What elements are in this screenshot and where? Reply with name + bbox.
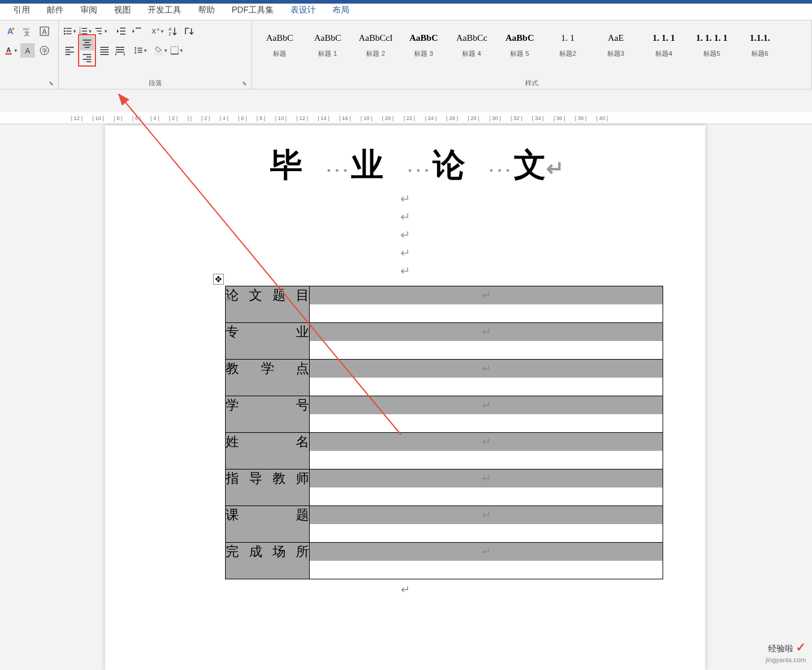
svg-rect-44: [86, 61, 91, 62]
row-label[interactable]: 指导教师↵: [226, 469, 310, 506]
align-center-button[interactable]: [80, 36, 94, 50]
document-page[interactable]: 毕···业···论···文↵ ↵ ↵ ↵ ↵ ↵ ✥ 论文题目↵ ↵ 专 业↵ …: [105, 125, 705, 670]
editor-area: | 12 || 10 || 8 || 6 || 4 || 2 || || 2 |…: [0, 89, 812, 670]
style-preview: AaBbCcI: [353, 28, 398, 48]
style-preview: AaBbC: [257, 28, 302, 48]
check-icon: ✓: [796, 641, 806, 654]
shading-button[interactable]: ▾: [154, 43, 168, 58]
text-effects-button[interactable]: A: [4, 24, 18, 38]
style-name: 标题5: [689, 49, 735, 58]
row-value[interactable]: ↵: [310, 286, 663, 323]
dropdown-arrow-icon: ▾: [14, 47, 17, 53]
highlight-color-button[interactable]: A: [20, 43, 35, 58]
style-preview: 1. 1. 1: [641, 28, 687, 48]
line-spacing-button[interactable]: ▾: [133, 43, 148, 58]
row-value[interactable]: ↵: [310, 323, 663, 360]
horizontal-ruler[interactable]: | 12 || 10 || 8 || 6 || 4 || 2 || || 2 |…: [0, 112, 812, 124]
style-preview: 1. 1. 1. 1: [689, 28, 735, 48]
row-value[interactable]: ↵: [310, 506, 663, 543]
style-item-6[interactable]: 1. 1标题2: [544, 25, 592, 61]
row-label[interactable]: 专 业↵: [226, 323, 310, 360]
table-row[interactable]: 专 业↵ ↵: [226, 323, 663, 360]
style-name: 标题: [257, 49, 302, 58]
paragraph-group: ▾ 123 ▾ ▾ X: [59, 20, 252, 89]
phonetic-guide-button[interactable]: wén文: [20, 24, 35, 38]
svg-point-15: [64, 33, 65, 35]
table-move-handle[interactable]: ✥: [213, 274, 224, 285]
svg-point-13: [64, 31, 65, 32]
empty-paragraphs[interactable]: ↵ ↵ ↵ ↵ ↵: [105, 190, 705, 280]
enclose-characters-button[interactable]: 字: [37, 43, 52, 58]
svg-text:X: X: [152, 28, 156, 35]
table-row[interactable]: 教 学 点↵ ↵: [226, 360, 663, 396]
row-value[interactable]: ↵: [310, 396, 663, 433]
asian-layout-button[interactable]: X ▾: [150, 24, 164, 38]
align-left-button[interactable]: [62, 43, 77, 58]
row-label[interactable]: 课 题↵: [226, 506, 310, 543]
svg-rect-51: [116, 52, 124, 53]
row-value[interactable]: ↵: [310, 433, 663, 469]
styles-group: AaBbC标题AaBbC标题 1AaBbCcI标题 2AaBbC标题 3AaBb…: [252, 20, 812, 89]
borders-button[interactable]: ▾: [169, 43, 184, 58]
style-item-7[interactable]: AaE标题3: [592, 25, 640, 61]
svg-text:文: 文: [24, 30, 30, 37]
svg-rect-12: [66, 28, 71, 29]
style-item-9[interactable]: 1. 1. 1. 1标题5: [688, 25, 736, 61]
table-row[interactable]: 指导教师↵ ↵: [226, 469, 663, 506]
style-item-5[interactable]: AaBbC标题 5: [496, 25, 544, 61]
svg-rect-25: [98, 34, 101, 34]
row-value[interactable]: ↵: [310, 543, 663, 579]
row-value[interactable]: ↵: [310, 360, 663, 396]
row-label[interactable]: 完成场所↵: [226, 543, 310, 579]
paragraph-dialog-launcher[interactable]: ⬊: [242, 80, 249, 87]
row-label[interactable]: 姓 名↵: [226, 433, 310, 469]
increase-indent-button[interactable]: [130, 24, 144, 38]
bullets-button[interactable]: ▾: [62, 24, 77, 38]
svg-rect-57: [171, 53, 178, 54]
styles-group-label: 样式: [252, 79, 811, 88]
sort-button[interactable]: AZ: [166, 24, 180, 38]
align-justify-button[interactable]: [97, 43, 112, 58]
style-item-2[interactable]: AaBbCcI标题 2: [352, 25, 400, 61]
info-table[interactable]: 论文题目↵ ↵ 专 业↵ ↵ 教 学 点↵ ↵ 学 号↵ ↵ 姓 名↵ ↵ 指导…: [225, 286, 663, 579]
style-item-1[interactable]: AaBbC标题 1: [304, 25, 352, 61]
svg-rect-48: [100, 54, 109, 55]
font-color-button[interactable]: A ▾: [4, 43, 18, 58]
svg-rect-54: [137, 52, 142, 53]
row-label[interactable]: 学 号↵: [226, 396, 310, 433]
character-border-button[interactable]: A: [37, 24, 52, 38]
style-name: 标题6: [737, 49, 783, 58]
table-row[interactable]: 学 号↵ ↵: [226, 396, 663, 433]
decrease-indent-button[interactable]: [114, 24, 128, 38]
show-marks-button[interactable]: [181, 24, 196, 38]
align-distributed-button[interactable]: [113, 43, 127, 58]
paragraph-group-label: 段落: [59, 79, 251, 88]
table-row[interactable]: 姓 名↵ ↵: [226, 433, 663, 469]
style-item-4[interactable]: AaBbCc标题 4: [448, 25, 496, 61]
table-row[interactable]: 完成场所↵ ↵: [226, 543, 663, 579]
svg-rect-14: [66, 31, 71, 31]
row-value[interactable]: ↵: [310, 469, 663, 506]
svg-rect-23: [95, 28, 102, 29]
style-item-3[interactable]: AaBbC标题 3: [400, 25, 448, 61]
svg-text:Z: Z: [169, 32, 172, 36]
font-dialog-launcher[interactable]: ⬊: [49, 80, 56, 87]
style-preview: AaBbC: [401, 28, 447, 48]
style-name: 标题 5: [497, 49, 543, 58]
style-item-8[interactable]: 1. 1. 1标题4: [640, 25, 688, 61]
style-name: 标题 1: [305, 49, 350, 58]
svg-rect-34: [65, 49, 70, 50]
svg-rect-49: [116, 47, 124, 48]
style-preview: 1.1.1.: [737, 28, 783, 48]
table-row[interactable]: 课 题↵ ↵: [226, 506, 663, 543]
table-row[interactable]: 论文题目↵ ↵: [226, 286, 663, 323]
style-item-0[interactable]: AaBbC标题: [256, 25, 304, 61]
style-item-10[interactable]: 1.1.1.标题6: [736, 25, 784, 61]
row-label[interactable]: 教 学 点↵: [226, 360, 310, 396]
row-label[interactable]: 论文题目↵: [226, 286, 310, 323]
dropdown-arrow-icon: ▾: [164, 47, 167, 53]
svg-rect-43: [83, 59, 91, 60]
document-title[interactable]: 毕···业···论···文↵: [105, 143, 705, 187]
align-right-button[interactable]: [80, 50, 94, 65]
svg-text:A: A: [25, 47, 30, 55]
